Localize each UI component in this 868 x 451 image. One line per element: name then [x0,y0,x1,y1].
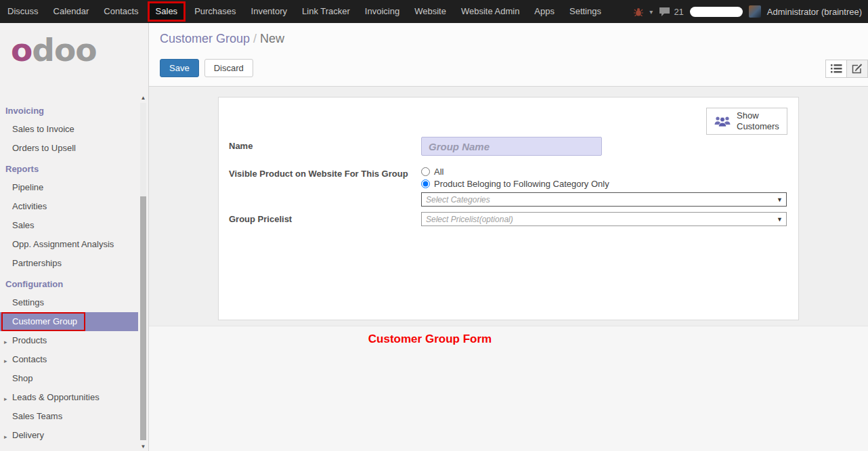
form-view: Show Customers Name Visible Product on W… [149,87,868,451]
save-button[interactable]: Save [160,59,199,77]
content-lower: Customer Group Form [149,326,868,451]
control-panel: Customer Group/New Save Discard [149,23,868,87]
sidebar-item-customer-group[interactable]: Customer Group [0,312,138,331]
topbar-item-link-tracker[interactable]: Link Tracker [295,0,357,23]
sidebar-item-sales-to-invoice[interactable]: Sales to Invoice [0,120,148,139]
topbar-item-sales[interactable]: Sales [148,1,186,22]
annotation-caption: Customer Group Form [149,332,711,346]
show-customers-button[interactable]: Show Customers [706,108,787,135]
topbar-item-purchases[interactable]: Purchases [187,0,243,23]
sidebar-scrollbar: ▲ ▼ [139,93,147,450]
topbar-item-settings[interactable]: Settings [562,0,609,23]
sidebar-item-label: Delivery [12,430,44,440]
caret-down-icon[interactable]: ▾ [649,8,653,16]
odoo-logo: odoo [0,23,148,72]
topbar-item-calendar[interactable]: Calendar [46,0,97,23]
dropdown-arrow-icon: ▼ [777,196,783,203]
radio-category-label: Product Beloging to Following Category O… [434,179,609,189]
sidebar-item-sales[interactable]: Sales [0,216,148,235]
section-title-reports: Reports [0,158,148,178]
name-label: Name [229,141,253,151]
list-view-button[interactable] [825,60,847,78]
list-icon [831,64,842,73]
sidebar-item-delivery[interactable]: ▸ Delivery [0,426,148,445]
topbar-item-invoicing[interactable]: Invoicing [357,0,407,23]
edit-icon [852,64,863,74]
action-buttons: Save Discard [149,59,868,77]
chat-icon [659,7,670,17]
topbar-right-tools: ▾ 21 Administrator (braintree) [634,5,868,18]
radio-option-all[interactable]: All [421,167,443,177]
status-pill [690,7,743,17]
sidebar-item-opp-assignment-analysis[interactable]: Opp. Assignment Analysis [0,235,148,254]
bug-icon[interactable] [634,7,643,16]
pricelist-select[interactable]: Select Pricelist(optional) ▼ [421,212,787,226]
topbar-item-discuss[interactable]: Discuss [0,0,46,23]
radio-all-label: All [434,167,443,177]
radio-option-category[interactable]: Product Beloging to Following Category O… [421,179,609,189]
sidebar-menu: Invoicing Sales to Invoice Orders to Ups… [0,100,148,445]
chevron-right-icon: ▸ [4,393,7,404]
customers-icon [714,115,731,127]
sidebar-item-leads-opportunities[interactable]: ▸ Leads & Opportunities [0,388,148,407]
avatar[interactable] [749,5,761,18]
categories-select[interactable]: Select Categories ▼ [421,192,787,207]
categories-placeholder: Select Categories [426,195,490,205]
topbar-item-apps[interactable]: Apps [527,0,562,23]
sidebar-item-partnerships[interactable]: Partnerships [0,254,148,273]
sidebar-item-label: Products [12,335,47,345]
scroll-up-icon[interactable]: ▲ [139,95,147,101]
sidebar-item-activities[interactable]: Activities [0,197,148,216]
sidebar: odoo Invoicing Sales to Invoice Orders t… [0,23,149,451]
discard-button[interactable]: Discard [204,59,253,77]
form-sheet: Show Customers Name Visible Product on W… [218,97,799,320]
topbar-item-inventory[interactable]: Inventory [244,0,295,23]
topbar-item-website[interactable]: Website [407,0,454,23]
visibility-label: Visible Product on Website For This Grou… [229,169,408,179]
odoo-backend-page: Discuss Calendar Contacts Sales Purchase… [0,0,868,451]
chevron-right-icon: ▸ [4,337,7,347]
topbar-item-contacts[interactable]: Contacts [96,0,146,23]
messages-count: 21 [674,7,683,17]
breadcrumb-separator: / [250,32,260,45]
pricelist-placeholder: Select Pricelist(optional) [426,215,513,224]
breadcrumb-new: New [260,32,284,45]
chevron-right-icon: ▸ [4,356,7,366]
top-navigation-bar: Discuss Calendar Contacts Sales Purchase… [0,0,868,23]
radio-all[interactable] [421,167,430,176]
radio-category[interactable] [421,179,430,188]
messages-button[interactable]: 21 [659,7,683,17]
dropdown-arrow-icon: ▼ [777,216,783,223]
sidebar-item-products[interactable]: ▸ Products [0,331,148,350]
section-title-configuration: Configuration [0,273,148,293]
sidebar-item-contacts[interactable]: ▸ Contacts [0,350,148,369]
breadcrumb: Customer Group/New [149,23,868,46]
view-switcher [825,60,868,78]
scroll-down-icon[interactable]: ▼ [139,444,147,450]
sidebar-item-shop[interactable]: Shop [0,369,148,388]
sidebar-item-orders-to-upsell[interactable]: Orders to Upsell [0,139,148,158]
logo-letter-o: o [11,31,32,68]
breadcrumb-customer-group[interactable]: Customer Group [160,32,250,45]
sidebar-item-label: Contacts [12,354,47,364]
user-menu[interactable]: Administrator (braintree) [767,7,862,17]
logo-rest: doo [32,31,96,68]
sidebar-item-sales-teams[interactable]: Sales Teams [0,407,148,426]
form-view-button[interactable] [846,60,868,78]
group-name-input[interactable] [421,137,602,156]
show-customers-label: Show Customers [737,110,780,133]
chevron-right-icon: ▸ [4,431,7,442]
scrollbar-thumb[interactable] [140,196,146,440]
sidebar-item-pipeline[interactable]: Pipeline [0,178,148,197]
pricelist-label: Group Pricelist [229,214,292,224]
topbar-item-website-admin[interactable]: Website Admin [454,0,527,23]
section-title-invoicing: Invoicing [0,100,148,120]
sidebar-item-settings[interactable]: Settings [0,293,148,312]
sidebar-item-label: Customer Group [12,316,77,326]
sidebar-item-label: Leads & Opportunities [12,392,100,402]
